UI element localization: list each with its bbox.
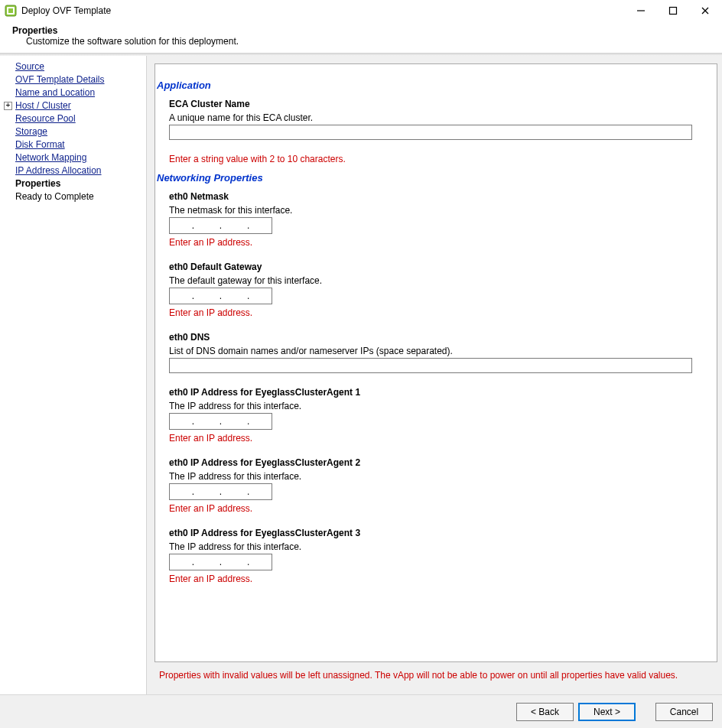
- dns-input[interactable]: [169, 358, 692, 373]
- sidebar-item-ip-address-allocation[interactable]: IP Address Allocation: [0, 164, 141, 177]
- app-icon: [5, 5, 17, 17]
- eca-cluster-name-label: ECA Cluster Name: [169, 99, 692, 109]
- application-section-title: Application: [157, 80, 692, 91]
- next-button[interactable]: Next >: [578, 703, 636, 721]
- sidebar-item-name-and-location[interactable]: Name and Location: [0, 86, 141, 99]
- gateway-desc: The default gateway for this interface.: [169, 275, 692, 286]
- close-button[interactable]: [698, 3, 713, 18]
- dns-desc: List of DNS domain names and/or nameserv…: [169, 346, 692, 356]
- eth0-ip-3-desc: The IP address for this interface.: [169, 541, 692, 552]
- gateway-label: eth0 Default Gateway: [169, 262, 692, 272]
- netmask-error: Enter an IP address.: [169, 237, 692, 248]
- titlebar: Deploy OVF Template: [0, 0, 722, 21]
- netmask-input[interactable]: ...: [169, 217, 272, 234]
- window: Deploy OVF Template Properties Customize…: [0, 0, 722, 728]
- eth0-ip-1-field: eth0 IP Address for EyeglassClusterAgent…: [169, 387, 692, 444]
- maximize-button[interactable]: [665, 3, 681, 18]
- netmask-desc: The netmask for this interface.: [169, 205, 692, 216]
- svg-rect-4: [670, 7, 677, 14]
- cancel-button[interactable]: Cancel: [655, 703, 713, 721]
- minimize-button[interactable]: [633, 3, 649, 18]
- wizard-footer: < Back Next > Cancel: [0, 694, 722, 728]
- eth0-ip-1-input[interactable]: ...: [169, 413, 272, 430]
- eth0-ip-3-input[interactable]: ...: [169, 554, 272, 570]
- eth0-ip-1-error: Enter an IP address.: [169, 433, 692, 444]
- back-button[interactable]: < Back: [516, 703, 574, 721]
- gateway-field: eth0 Default GatewayThe default gateway …: [169, 262, 692, 318]
- sidebar-item-properties: Properties: [0, 177, 141, 190]
- netmask-field: eth0 NetmaskThe netmask for this interfa…: [169, 191, 692, 248]
- netmask-label: eth0 Netmask: [169, 191, 692, 202]
- eth0-ip-3-label: eth0 IP Address for EyeglassClusterAgent…: [169, 528, 692, 538]
- window-controls: [633, 3, 722, 18]
- eth0-ip-2-input[interactable]: ...: [169, 483, 272, 500]
- dns-field: eth0 DNSList of DNS domain names and/or …: [169, 332, 692, 373]
- gateway-input[interactable]: ...: [169, 288, 272, 304]
- sidebar-item-ovf-template-details[interactable]: OVF Template Details: [0, 73, 141, 86]
- sidebar-item-resource-pool[interactable]: Resource Pool: [0, 112, 141, 125]
- eth0-ip-2-label: eth0 IP Address for EyeglassClusterAgent…: [169, 457, 692, 468]
- eca-cluster-name-error: Enter a string value with 2 to 10 charac…: [169, 154, 692, 164]
- gateway-error: Enter an IP address.: [169, 307, 692, 318]
- content-canvas: Application ECA Cluster Name A unique na…: [147, 56, 722, 694]
- eth0-ip-2-desc: The IP address for this interface.: [169, 471, 692, 482]
- page-title: Properties: [12, 25, 710, 36]
- eca-cluster-name-input[interactable]: [169, 125, 692, 140]
- svg-rect-2: [8, 8, 13, 13]
- sidebar-item-ready-to-complete: Ready to Complete: [0, 190, 141, 203]
- eth0-ip-2-error: Enter an IP address.: [169, 503, 692, 514]
- eca-cluster-name-desc: A unique name for this ECA cluster.: [169, 112, 692, 123]
- eca-cluster-name-field: ECA Cluster Name A unique name for this …: [169, 99, 692, 140]
- sidebar-item-source[interactable]: Source: [0, 60, 141, 73]
- sidebar-item-disk-format[interactable]: Disk Format: [0, 138, 141, 151]
- validation-warning: Properties with invalid values will be l…: [154, 670, 717, 687]
- eth0-ip-3-field: eth0 IP Address for EyeglassClusterAgent…: [169, 528, 692, 584]
- window-title: Deploy OVF Template: [21, 5, 111, 16]
- sidebar-item-host-cluster[interactable]: Host / Cluster: [0, 99, 141, 112]
- networking-section-title: Networking Properties: [157, 172, 692, 184]
- wizard-steps-sidebar: SourceOVF Template DetailsName and Locat…: [0, 56, 147, 694]
- page-header: Properties Customize the software soluti…: [0, 21, 722, 53]
- sidebar-item-network-mapping[interactable]: Network Mapping: [0, 151, 141, 164]
- page-subtitle: Customize the software solution for this…: [12, 36, 710, 47]
- eth0-ip-1-desc: The IP address for this interface.: [169, 401, 692, 411]
- sidebar-item-storage[interactable]: Storage: [0, 125, 141, 138]
- body: SourceOVF Template DetailsName and Locat…: [0, 56, 722, 694]
- eth0-ip-1-label: eth0 IP Address for EyeglassClusterAgent…: [169, 387, 692, 398]
- eth0-ip-3-error: Enter an IP address.: [169, 574, 692, 584]
- properties-panel: Application ECA Cluster Name A unique na…: [154, 63, 717, 662]
- eth0-ip-2-field: eth0 IP Address for EyeglassClusterAgent…: [169, 457, 692, 514]
- dns-label: eth0 DNS: [169, 332, 692, 343]
